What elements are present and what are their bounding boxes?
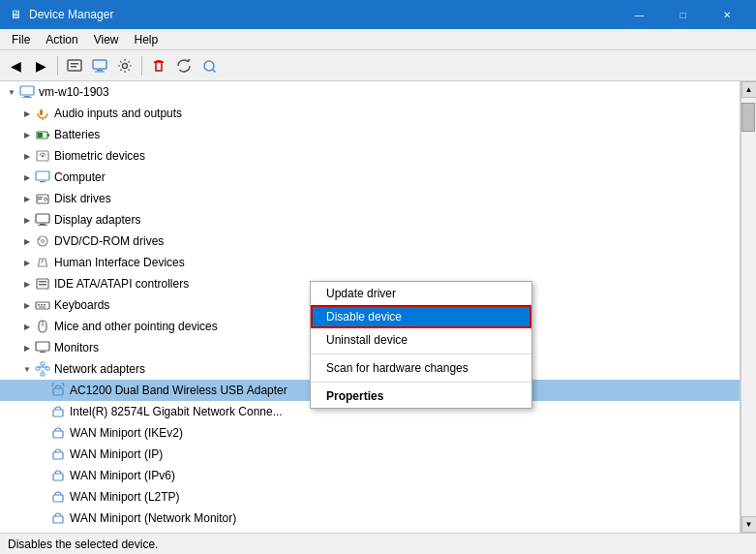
wan-icon-ipv6	[50, 468, 66, 483]
expand-biometric[interactable]: ▶	[19, 148, 35, 164]
tree-item-display[interactable]: ▶ Display adapters	[0, 209, 740, 231]
expand-computer[interactable]: ▶	[19, 169, 35, 185]
svg-rect-36	[38, 304, 40, 306]
expand-keyboard[interactable]: ▶	[19, 297, 35, 313]
menu-bar: File Action View Help	[0, 29, 756, 50]
svg-rect-54	[53, 452, 63, 459]
tree-item-biometric[interactable]: ▶ Biometric devices	[0, 145, 740, 167]
svg-rect-57	[53, 516, 63, 523]
settings-button[interactable]	[113, 54, 136, 77]
menu-action[interactable]: Action	[38, 29, 85, 49]
ac1200-label: AC1200 Dual Band Wireless USB Adapter	[70, 384, 287, 397]
toolbar-sep-2	[141, 56, 142, 76]
ctx-sep-2	[311, 382, 531, 383]
svg-point-28	[42, 240, 45, 243]
mice-label: Mice and other pointing devices	[54, 320, 218, 333]
tree-item-wan-l2tp[interactable]: ▶ WAN Miniport (L2TP)	[0, 486, 740, 508]
wan-icon-l2tp	[50, 489, 66, 505]
svg-rect-10	[22, 97, 32, 98]
tree-root[interactable]: ▼ vm-w10-1903	[0, 81, 740, 103]
expand-disk[interactable]: ▶	[19, 191, 35, 206]
scroll-up[interactable]: ▲	[741, 81, 757, 98]
svg-point-17	[42, 155, 45, 158]
expand-display[interactable]: ▶	[19, 212, 35, 228]
tree-item-computer[interactable]: ▶ Computer	[0, 167, 740, 188]
expand-root[interactable]: ▼	[4, 84, 19, 100]
network-label: Network adapters	[54, 362, 145, 376]
tree-item-wan-nm[interactable]: ▶ WAN Miniport (Network Monitor)	[0, 508, 740, 529]
tree-item-audio[interactable]: ▶ Audio inputs and outputs	[0, 103, 740, 124]
maximize-button[interactable]: □	[661, 0, 705, 29]
expand-monitors[interactable]: ▶	[19, 340, 35, 355]
ctx-disable-device[interactable]: Disable device	[311, 305, 531, 328]
dvd-icon	[35, 233, 50, 249]
svg-rect-26	[38, 225, 47, 226]
status-text: Disables the selected device.	[8, 538, 158, 551]
network-icon	[35, 361, 50, 377]
delete-button[interactable]	[147, 54, 170, 77]
wan-icon-ac1200	[50, 383, 66, 398]
tree-item-wan-ip[interactable]: ▶ WAN Miniport (IP)	[0, 444, 740, 465]
svg-rect-42	[40, 352, 45, 353]
expand-network[interactable]: ▼	[19, 361, 35, 377]
svg-rect-55	[53, 474, 63, 480]
wan-ipv6-label: WAN Miniport (IPv6)	[70, 469, 175, 482]
menu-help[interactable]: Help	[127, 29, 166, 49]
expand-mice[interactable]: ▶	[19, 319, 35, 334]
svg-rect-9	[24, 96, 30, 97]
expand-batteries[interactable]: ▶	[19, 127, 35, 142]
scan-button[interactable]	[197, 54, 221, 77]
scroll-track[interactable]	[741, 98, 756, 516]
tree-item-hid[interactable]: ▶ Human Interface Devices	[0, 252, 740, 273]
tree-item-disk[interactable]: ▶ Disk drives	[0, 188, 740, 209]
menu-file[interactable]: File	[4, 29, 38, 49]
wan-icon-ip	[50, 446, 66, 462]
menu-view[interactable]: View	[86, 29, 127, 49]
svg-rect-5	[95, 71, 105, 72]
batteries-label: Batteries	[54, 128, 100, 141]
expand-hid[interactable]: ▶	[19, 255, 35, 270]
expand-dvd[interactable]: ▶	[19, 233, 35, 249]
wan-icon-pppoe	[50, 532, 66, 533]
scrollbar[interactable]: ▲ ▼	[741, 81, 756, 533]
computer-label: Computer	[54, 170, 106, 184]
forward-button[interactable]: ▶	[29, 54, 52, 77]
wan-ikev2-label: WAN Miniport (IKEv2)	[70, 426, 183, 440]
svg-rect-15	[38, 133, 43, 138]
window-title: Device Manager	[29, 8, 618, 21]
svg-point-30	[42, 260, 44, 262]
svg-rect-37	[41, 304, 43, 306]
ctx-scan-hardware[interactable]: Scan for hardware changes	[311, 356, 531, 380]
svg-rect-25	[40, 224, 45, 225]
scroll-thumb[interactable]	[741, 103, 755, 132]
expand-audio[interactable]: ▶	[19, 106, 35, 121]
ctx-properties[interactable]: Properties	[311, 385, 531, 408]
back-button[interactable]: ◀	[4, 54, 27, 77]
tree-item-wan-ikev2[interactable]: ▶ WAN Miniport (IKEv2)	[0, 422, 740, 444]
tree-item-dvd[interactable]: ▶ DVD/CD-ROM drives	[0, 231, 740, 252]
ctx-uninstall-device[interactable]: Uninstall device	[311, 328, 531, 352]
scroll-down[interactable]: ▼	[741, 516, 757, 533]
battery-icon	[35, 127, 50, 142]
minimize-button[interactable]: —	[618, 0, 661, 29]
expand-ide[interactable]: ▶	[19, 276, 35, 292]
svg-rect-19	[40, 181, 45, 182]
tree-item-batteries[interactable]: ▶ Batteries	[0, 124, 740, 145]
keyboard-icon	[35, 297, 50, 313]
properties-button[interactable]	[63, 54, 86, 77]
svg-rect-3	[93, 60, 106, 69]
close-button[interactable]: ✕	[705, 0, 748, 29]
tree-item-wan-ipv6[interactable]: ▶ WAN Miniport (IPv6)	[0, 465, 740, 486]
svg-rect-41	[36, 342, 49, 351]
svg-point-21	[45, 198, 47, 200]
svg-rect-18	[36, 171, 49, 180]
display-icon	[35, 212, 50, 228]
keyboard-label: Keyboards	[54, 298, 109, 312]
svg-rect-35	[36, 302, 49, 309]
computer-icon-btn[interactable]	[88, 54, 111, 77]
refresh-button[interactable]	[172, 54, 196, 77]
ctx-update-driver[interactable]: Update driver	[311, 282, 531, 305]
wan-icon-nm	[50, 510, 66, 526]
tree-item-wan-pppoe[interactable]: ▶ WAN Miniport (PPPOE)	[0, 529, 740, 533]
wan-icon-intel	[50, 404, 66, 419]
